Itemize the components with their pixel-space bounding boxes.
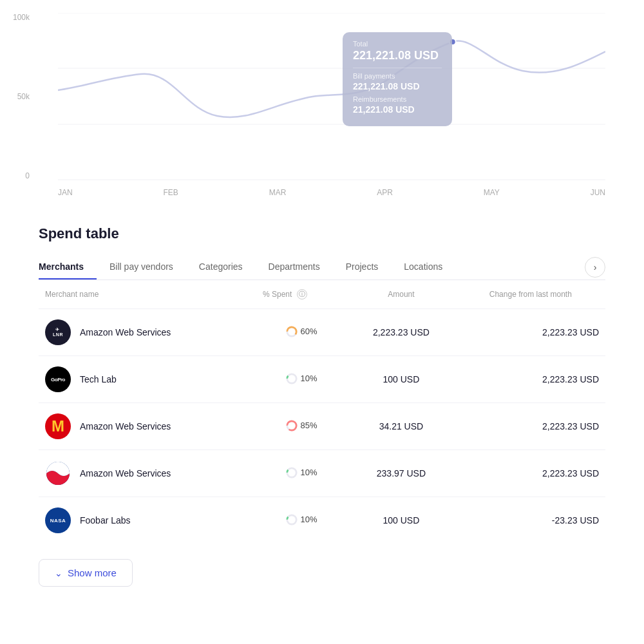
merchant-cell-4: Amazon Web Services (39, 450, 256, 497)
svg-point-4 (450, 39, 456, 45)
show-more-button[interactable]: ⌄ Show more (39, 559, 133, 587)
x-label-feb: FEB (164, 188, 178, 197)
chart-y-axis: 100k 50k 0 (13, 13, 30, 180)
change-cell-3: 2,223.23 USD (456, 403, 605, 450)
percent-value-4: 10% (301, 468, 317, 477)
change-cell-1: 2,223.23 USD (456, 309, 605, 356)
merchant-logo-1: ✈ LNR (45, 319, 71, 345)
col-percent-spent: % Spent ⓘ (256, 280, 346, 309)
merchant-name-4: Amazon Web Services (80, 468, 171, 478)
spend-table: Merchant name % Spent ⓘ Amount Change fr… (39, 280, 605, 544)
merchant-logo-3: M (45, 413, 71, 439)
x-label-mar: MAR (269, 188, 287, 197)
tab-scroll-right[interactable]: › (585, 257, 605, 278)
show-more-chevron-icon: ⌄ (55, 568, 62, 578)
x-label-may: MAY (484, 188, 500, 197)
x-label-jun: JUN (591, 188, 605, 197)
amount-cell-4: 233.97 USD (346, 450, 455, 497)
percent-spent-cell-3: 85% (256, 403, 346, 450)
x-label-jan: JAN (58, 188, 73, 197)
section-title: Spend table (39, 225, 605, 242)
table-row: ✈ LNR Amazon Web Services 60% 2,223.23 U… (39, 309, 605, 356)
tabs-bar: Merchants Bill pay vendors Categories De… (39, 255, 605, 280)
donut-icon-2: 10% (286, 373, 317, 384)
merchant-name-3: Amazon Web Services (80, 421, 171, 431)
table-row: GoPro Tech Lab 10% 100 USD 2,223.23 USD (39, 356, 605, 403)
percent-spent-cell-5: 10% (256, 497, 346, 544)
amount-cell-3: 34.21 USD (346, 403, 455, 450)
merchant-cell-5: NASA Foobar Labs (39, 497, 256, 544)
table-row: NASA Foobar Labs 10% 100 USD -23.23 USD (39, 497, 605, 544)
amount-cell-1: 2,223.23 USD (346, 309, 455, 356)
amount-cell-5: 100 USD (346, 497, 455, 544)
chart-section: 100k 50k 0 Total 221,221.08 USD Bill pay… (0, 0, 644, 213)
show-more-label: Show more (68, 567, 117, 578)
merchant-name-2: Tech Lab (80, 374, 117, 384)
table-row: M Amazon Web Services 85% 34.21 USD 2,22… (39, 403, 605, 450)
tab-merchants[interactable]: Merchants (39, 255, 97, 279)
tab-bill-pay-vendors[interactable]: Bill pay vendors (97, 255, 186, 279)
donut-icon-1: 60% (286, 326, 317, 337)
percent-value-2: 10% (301, 374, 317, 383)
svg-point-14 (287, 515, 296, 524)
change-cell-5: -23.23 USD (456, 497, 605, 544)
col-amount: Amount (346, 280, 455, 309)
tab-locations[interactable]: Locations (391, 255, 455, 279)
tab-categories[interactable]: Categories (186, 255, 256, 279)
percent-value-3: 85% (301, 421, 317, 430)
merchant-cell-1: ✈ LNR Amazon Web Services (39, 309, 256, 356)
merchant-name-5: Foobar Labs (80, 515, 131, 526)
donut-icon-5: 10% (286, 514, 317, 526)
spend-section: Spend table Merchants Bill pay vendors C… (0, 213, 644, 612)
y-label-100k: 100k (13, 13, 30, 22)
percent-value-1: 60% (301, 327, 317, 336)
svg-point-7 (287, 374, 296, 383)
col-merchant-name: Merchant name (39, 280, 256, 309)
percent-spent-info-icon[interactable]: ⓘ (297, 289, 307, 299)
change-cell-4: 2,223.23 USD (456, 450, 605, 497)
chart-x-axis: JAN FEB MAR APR MAY JUN (58, 183, 605, 197)
merchant-cell-3: M Amazon Web Services (39, 403, 256, 450)
table-row: Amazon Web Services 10% 233.97 USD 2,223… (39, 450, 605, 497)
percent-spent-cell-2: 10% (256, 356, 346, 403)
percent-spent-cell-4: 10% (256, 450, 346, 497)
percent-spent-cell-1: 60% (256, 309, 346, 356)
donut-icon-3: 85% (286, 420, 317, 431)
merchant-logo-5: NASA (45, 507, 71, 533)
amount-cell-2: 100 USD (346, 356, 455, 403)
svg-point-12 (287, 468, 296, 477)
x-label-apr: APR (377, 188, 393, 197)
chart-svg (58, 13, 605, 180)
donut-icon-4: 10% (286, 467, 317, 478)
change-cell-2: 2,223.23 USD (456, 356, 605, 403)
col-change: Change from last month (456, 280, 605, 309)
y-label-0: 0 (25, 171, 30, 180)
merchant-logo-2: GoPro (45, 366, 71, 392)
merchant-logo-4 (45, 460, 71, 486)
percent-value-5: 10% (301, 515, 317, 524)
merchant-name-1: Amazon Web Services (80, 327, 171, 337)
tab-projects[interactable]: Projects (333, 255, 392, 279)
y-label-50k: 50k (17, 92, 30, 101)
merchant-cell-2: GoPro Tech Lab (39, 356, 256, 403)
tab-departments[interactable]: Departments (256, 255, 333, 279)
